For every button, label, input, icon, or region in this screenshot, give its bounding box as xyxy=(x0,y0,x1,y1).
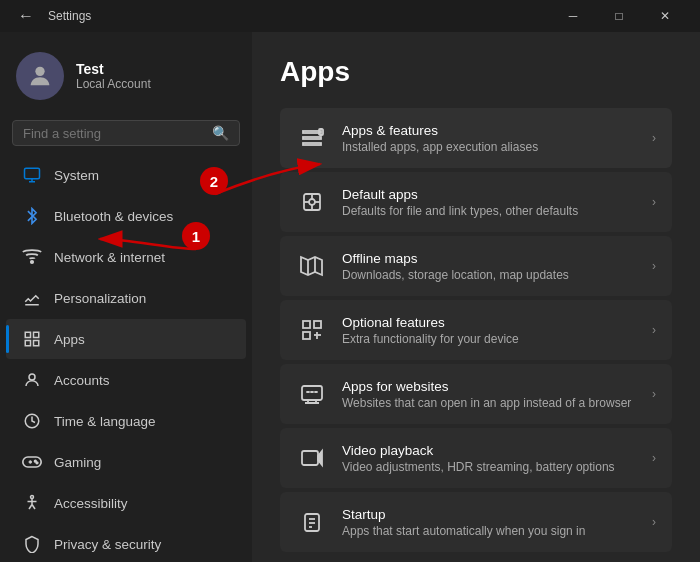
sidebar-item-system[interactable]: System xyxy=(6,155,246,195)
svg-point-14 xyxy=(36,462,38,464)
personalization-icon xyxy=(22,288,42,308)
svg-rect-5 xyxy=(34,332,39,337)
optional-features-desc: Extra functionality for your device xyxy=(342,332,638,346)
apps-features-card[interactable]: Apps & features Installed apps, app exec… xyxy=(280,108,672,168)
svg-rect-4 xyxy=(25,332,30,337)
optional-features-title: Optional features xyxy=(342,315,638,330)
sidebar-item-network[interactable]: Network & internet xyxy=(6,237,246,277)
svg-marker-30 xyxy=(301,257,322,275)
apps-icon xyxy=(22,329,42,349)
sidebar-item-gaming[interactable]: Gaming xyxy=(6,442,246,482)
svg-rect-7 xyxy=(34,341,39,346)
sidebar-item-privacy-label: Privacy & security xyxy=(54,537,161,552)
sidebar-item-system-label: System xyxy=(54,168,99,183)
startup-icon xyxy=(296,506,328,538)
offline-maps-title: Offline maps xyxy=(342,251,638,266)
default-apps-title: Default apps xyxy=(342,187,638,202)
video-playback-card[interactable]: Video playback Video adjustments, HDR st… xyxy=(280,428,672,488)
svg-point-15 xyxy=(31,496,34,499)
video-playback-icon xyxy=(296,442,328,474)
minimize-button[interactable]: ─ xyxy=(550,0,596,32)
apps-features-title: Apps & features xyxy=(342,123,638,138)
user-profile[interactable]: Test Local Account xyxy=(0,40,252,116)
optional-features-card[interactable]: Optional features Extra functionality fo… xyxy=(280,300,672,360)
apps-websites-chevron: › xyxy=(652,387,656,401)
optional-features-icon xyxy=(296,314,328,346)
user-info: Test Local Account xyxy=(76,61,151,91)
sidebar-item-accessibility-label: Accessibility xyxy=(54,496,128,511)
apps-features-desc: Installed apps, app execution aliases xyxy=(342,140,638,154)
sidebar-item-apps-label: Apps xyxy=(54,332,85,347)
user-name: Test xyxy=(76,61,151,77)
sidebar-item-time[interactable]: Time & language xyxy=(6,401,246,441)
svg-rect-39 xyxy=(302,451,318,465)
svg-point-2 xyxy=(31,261,34,264)
default-apps-icon xyxy=(296,186,328,218)
back-button[interactable]: ← xyxy=(12,5,40,27)
sidebar-item-bluetooth-label: Bluetooth & devices xyxy=(54,209,173,224)
offline-maps-icon xyxy=(296,250,328,282)
sidebar: Test Local Account 🔍 System Bluetooth & … xyxy=(0,32,252,562)
offline-maps-card[interactable]: Offline maps Downloads, storage location… xyxy=(280,236,672,296)
apps-websites-title: Apps for websites xyxy=(342,379,638,394)
system-icon xyxy=(22,165,42,185)
default-apps-card[interactable]: Default apps Defaults for file and link … xyxy=(280,172,672,232)
svg-rect-34 xyxy=(314,321,321,328)
restore-button[interactable]: □ xyxy=(596,0,642,32)
svg-point-8 xyxy=(29,374,35,380)
sidebar-item-gaming-label: Gaming xyxy=(54,455,101,470)
accessibility-icon xyxy=(22,493,42,513)
search-input[interactable] xyxy=(23,126,204,141)
sidebar-item-accounts-label: Accounts xyxy=(54,373,110,388)
default-apps-desc: Defaults for file and link types, other … xyxy=(342,204,638,218)
network-icon xyxy=(22,247,42,267)
sidebar-item-bluetooth[interactable]: Bluetooth & devices xyxy=(6,196,246,236)
sidebar-item-apps[interactable]: Apps xyxy=(6,319,246,359)
svg-rect-22 xyxy=(303,143,321,145)
privacy-icon xyxy=(22,534,42,554)
titlebar-title: Settings xyxy=(48,9,91,23)
sidebar-item-accessibility[interactable]: Accessibility xyxy=(6,483,246,523)
svg-line-19 xyxy=(32,505,35,510)
startup-card[interactable]: Startup Apps that start automatically wh… xyxy=(280,492,672,552)
apps-features-chevron: › xyxy=(652,131,656,145)
svg-rect-1 xyxy=(25,168,40,179)
search-box[interactable]: 🔍 xyxy=(12,120,240,146)
video-playback-text: Video playback Video adjustments, HDR st… xyxy=(342,443,638,474)
video-playback-desc: Video adjustments, HDR streaming, batter… xyxy=(342,460,638,474)
page-title: Apps xyxy=(280,56,672,88)
time-icon xyxy=(22,411,42,431)
startup-desc: Apps that start automatically when you s… xyxy=(342,524,638,538)
sidebar-item-accounts[interactable]: Accounts xyxy=(6,360,246,400)
video-playback-chevron: › xyxy=(652,451,656,465)
search-icon[interactable]: 🔍 xyxy=(212,125,229,141)
svg-rect-6 xyxy=(25,341,30,346)
sidebar-item-network-label: Network & internet xyxy=(54,250,165,265)
apps-websites-desc: Websites that can open in an app instead… xyxy=(342,396,638,410)
apps-websites-card[interactable]: Apps for websites Websites that can open… xyxy=(280,364,672,424)
apps-websites-icon xyxy=(296,378,328,410)
svg-point-25 xyxy=(309,199,315,205)
sidebar-item-privacy[interactable]: Privacy & security xyxy=(6,524,246,562)
default-apps-text: Default apps Defaults for file and link … xyxy=(342,187,638,218)
close-button[interactable]: ✕ xyxy=(642,0,688,32)
titlebar: ← Settings ─ □ ✕ xyxy=(0,0,700,32)
bluetooth-icon xyxy=(22,206,42,226)
offline-maps-text: Offline maps Downloads, storage location… xyxy=(342,251,638,282)
optional-features-chevron: › xyxy=(652,323,656,337)
startup-title: Startup xyxy=(342,507,638,522)
apps-websites-text: Apps for websites Websites that can open… xyxy=(342,379,638,410)
accounts-icon xyxy=(22,370,42,390)
user-account-type: Local Account xyxy=(76,77,151,91)
sidebar-item-personalization[interactable]: Personalization xyxy=(6,278,246,318)
svg-rect-21 xyxy=(303,137,321,139)
default-apps-chevron: › xyxy=(652,195,656,209)
titlebar-controls: ─ □ ✕ xyxy=(550,0,688,32)
video-playback-title: Video playback xyxy=(342,443,638,458)
apps-features-icon xyxy=(296,122,328,154)
content-area: Apps Apps & features Installed apps, app… xyxy=(252,32,700,562)
startup-text: Startup Apps that start automatically wh… xyxy=(342,507,638,538)
sidebar-item-personalization-label: Personalization xyxy=(54,291,146,306)
apps-features-text: Apps & features Installed apps, app exec… xyxy=(342,123,638,154)
main-layout: Test Local Account 🔍 System Bluetooth & … xyxy=(0,32,700,562)
